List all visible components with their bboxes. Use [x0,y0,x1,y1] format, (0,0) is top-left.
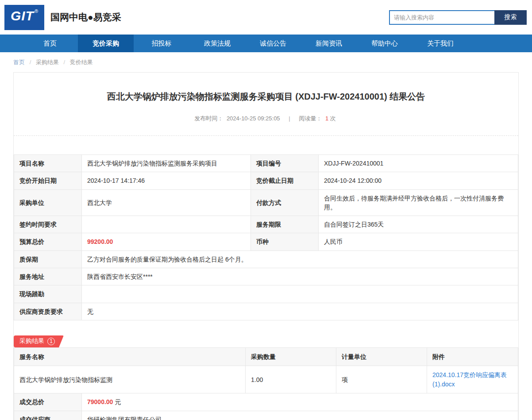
table-row: 签约时间要求 服务期限 自合同签订之日365天 [14,216,518,233]
search-button[interactable]: 搜索 [494,10,527,25]
field-label: 服务地址 [14,268,82,285]
breadcrumb-home[interactable]: 首页 [13,59,25,66]
site-header: GIT ® 国网中电●易竞采 搜索 [0,0,532,35]
price-unit: 元 [115,398,121,405]
result-badge-row: 采购结果 1 [14,335,518,347]
table-row: 项目名称 西北大学锅炉排放污染物指标监测服务采购项目 项目编号 XDJJ-FW-… [14,155,518,172]
site-name: 国网中电●易竞采 [50,11,121,23]
attachment-link[interactable]: 2024.10.17竞价响应偏离表(1).docx [432,371,507,387]
content-card: 西北大学锅炉排放污染物指标监测服务采购项目 (XDJJ-FW-202410001… [13,72,519,420]
column-header: 采购数量 [246,347,336,366]
column-header: 服务名称 [14,347,246,366]
table-row: 预算总价 99200.00 币种 人民币 [14,233,518,250]
site-logo[interactable]: GIT ® [4,5,44,30]
field-label: 采购单位 [14,189,82,216]
table-row: 竞价开始日期 2024-10-17 14:17:46 竞价截止日期 2024-1… [14,172,518,189]
nav-item-about-us[interactable]: 关于我们 [412,35,468,52]
field-label: 竞价开始日期 [14,172,82,189]
field-label: 项目编号 [251,155,319,172]
nav-item-home[interactable]: 首页 [22,35,78,52]
breadcrumb-separator: / [30,59,31,66]
badge-count: 1 [47,338,55,345]
nav-item-policy[interactable]: 政策法规 [189,35,245,52]
page: GIT ® 国网中电●易竞采 搜索 首页 竞价采购 招投标 政策法规 诚信公告 … [0,0,532,420]
budget-total-price: 99200.00 [87,238,113,245]
result-summary-table: 成交总价 79000.00元 成交供应商 华研检测集团有限责任公司 质保及售后服… [14,393,518,420]
field-value: 合同生效后，待服务期满并经甲方验收合格后，一次性付清服务费用。 [319,189,518,216]
field-label: 现场踏勘 [14,285,82,303]
nav-item-integrity-notice[interactable]: 诚信公告 [245,35,301,52]
main-nav: 首页 竞价采购 招投标 政策法规 诚信公告 新闻资讯 帮助中心 关于我们 [0,35,532,52]
field-label: 项目名称 [14,155,82,172]
table-row: 质保期 乙方对合同服务的质量保证期为验收合格后之日起 6个月。 [14,250,518,268]
column-header: 附件 [427,347,518,366]
deal-total-price: 79000.00 [87,398,113,405]
logo-text: GIT [11,8,34,23]
field-value [82,285,518,303]
field-label: 竞价截止日期 [251,172,319,189]
field-label: 服务期限 [251,216,319,233]
field-label: 预算总价 [14,233,82,250]
column-header: 计量单位 [336,347,427,366]
table-row: 服务地址 陕西省西安市长安区**** [14,268,518,285]
nav-item-tender[interactable]: 招投标 [134,35,189,52]
publish-time-label: 发布时间： [194,115,223,122]
table-row: 现场踏勘 [14,285,518,303]
search-input[interactable] [389,10,494,25]
field-value: 自合同签订之日365天 [319,216,518,233]
field-value: 99200.00 [82,233,251,250]
breadcrumb: 首页 / 采购结果 / 竞价结果 [0,52,532,72]
breadcrumb-current: 竞价结果 [70,59,93,66]
field-label: 签约时间要求 [14,216,82,233]
nav-item-help-center[interactable]: 帮助中心 [357,35,412,52]
article-meta: 发布时间： 2024-10-25 09:25:05 | 阅读量： 1 次 [14,103,518,135]
unit-cell: 项 [336,366,427,393]
registered-mark-icon: ® [35,8,38,14]
field-label: 成交供应商 [14,411,82,420]
nav-item-bidding-purchase[interactable]: 竞价采购 [78,35,134,52]
field-value: 2024-10-17 14:17:46 [82,172,251,189]
service-name-cell: 西北大学锅炉排放污染物指标监测 [14,366,246,393]
field-value: 西北大学 [82,189,251,216]
publish-time-value: 2024-10-25 09:25:05 [227,115,280,122]
badge-label: 采购结果 [19,337,44,345]
project-details-table: 项目名称 西北大学锅炉排放污染物指标监测服务采购项目 项目编号 XDJJ-FW-… [14,154,518,320]
field-label: 质保期 [14,250,82,268]
read-count-unit: 次 [330,115,336,122]
field-label: 币种 [251,233,319,250]
brand-area: GIT ® 国网中电●易竞采 [4,5,121,30]
field-value: 2024-10-24 12:00:00 [319,172,518,189]
search-bar: 搜索 [389,10,527,25]
table-row: 采购单位 西北大学 付款方式 合同生效后，待服务期满并经甲方验收合格后，一次性付… [14,189,518,216]
table-row: 成交供应商 华研检测集团有限责任公司 [14,411,518,420]
breadcrumb-separator: / [64,59,66,66]
result-items-table: 服务名称 采购数量 计量单位 附件 西北大学锅炉排放污染物指标监测 1.00 项… [14,347,518,393]
table-row: 西北大学锅炉排放污染物指标监测 1.00 项 2024.10.17竞价响应偏离表… [14,366,518,393]
field-value: 乙方对合同服务的质量保证期为验收合格后之日起 6个月。 [82,250,518,268]
field-value: 无 [82,303,518,320]
field-value [82,216,251,233]
breadcrumb-purchase-results[interactable]: 采购结果 [36,59,59,66]
field-value: 陕西省西安市长安区**** [82,268,518,285]
field-value: 79000.00元 [82,393,518,411]
field-value: 华研检测集团有限责任公司 [82,411,518,420]
field-value: 人民币 [319,233,518,250]
field-label: 成交总价 [14,393,82,411]
read-count-label: 阅读量： [299,115,322,122]
dashed-divider [14,135,518,136]
purchase-result-badge: 采购结果 1 [14,335,64,347]
nav-item-news[interactable]: 新闻资讯 [301,35,357,52]
read-count-value: 1 [325,115,328,122]
field-label: 供应商资质要求 [14,303,82,320]
table-header-row: 服务名称 采购数量 计量单位 附件 [14,347,518,366]
table-row: 供应商资质要求 无 [14,303,518,320]
table-row: 成交总价 79000.00元 [14,393,518,411]
field-value: 西北大学锅炉排放污染物指标监测服务采购项目 [82,155,251,172]
quantity-cell: 1.00 [246,366,336,393]
field-label: 付款方式 [251,189,319,216]
announcement-title: 西北大学锅炉排放污染物指标监测服务采购项目 (XDJJ-FW-202410001… [14,73,518,103]
field-value: XDJJ-FW-202410001 [319,155,518,172]
meta-separator: | [289,115,290,122]
attachment-cell: 2024.10.17竞价响应偏离表(1).docx [427,366,518,393]
